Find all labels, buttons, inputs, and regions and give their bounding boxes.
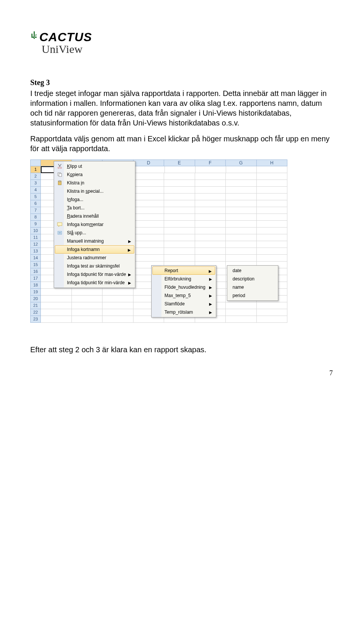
- context-menu-main[interactable]: Klipp utKopieraKlistra inKlistra in spec…: [54, 161, 135, 288]
- cell[interactable]: [102, 302, 133, 309]
- cell[interactable]: [195, 187, 226, 194]
- menu-item[interactable]: Ta bort...: [55, 204, 134, 212]
- cell[interactable]: [195, 241, 226, 248]
- cell[interactable]: [164, 234, 195, 241]
- row-header[interactable]: 19: [30, 289, 41, 296]
- menu-item[interactable]: Klistra in: [55, 179, 134, 187]
- row-header[interactable]: 18: [30, 282, 41, 289]
- cell[interactable]: [257, 248, 288, 255]
- cell[interactable]: [195, 248, 226, 255]
- cell[interactable]: [134, 166, 164, 173]
- cell[interactable]: [102, 296, 133, 302]
- cell[interactable]: [102, 289, 133, 296]
- row-header[interactable]: 23: [30, 316, 41, 323]
- row-header[interactable]: 7: [30, 207, 41, 214]
- context-submenu-kortnamn[interactable]: Report▶Elförbrukning▶Flöde_huvudledning▶…: [151, 265, 216, 317]
- cell[interactable]: [257, 214, 288, 221]
- cell[interactable]: [226, 248, 257, 255]
- cell[interactable]: [164, 180, 195, 187]
- cell[interactable]: [226, 316, 257, 323]
- cell[interactable]: [257, 187, 288, 194]
- cell[interactable]: [226, 214, 257, 221]
- cell[interactable]: [226, 241, 257, 248]
- menu-item[interactable]: Infoga kortnamn▶: [55, 245, 134, 254]
- cell[interactable]: [133, 187, 164, 194]
- cell[interactable]: [195, 200, 226, 207]
- cell[interactable]: [164, 255, 195, 262]
- cell[interactable]: [226, 200, 257, 207]
- cell[interactable]: [164, 207, 195, 214]
- menu-item[interactable]: Infoga kommentar: [55, 220, 134, 229]
- row-header[interactable]: 14: [30, 255, 41, 262]
- cell[interactable]: [226, 221, 257, 228]
- menu-item[interactable]: Justera radnummer: [55, 254, 134, 262]
- cell[interactable]: [41, 316, 72, 323]
- row-header[interactable]: 4: [30, 187, 41, 194]
- column-header[interactable]: F: [195, 159, 226, 166]
- cell[interactable]: [195, 173, 226, 180]
- row-header[interactable]: 2: [30, 173, 41, 180]
- cell[interactable]: [195, 221, 226, 228]
- menu-item[interactable]: description: [228, 275, 277, 283]
- cell[interactable]: [195, 207, 226, 214]
- cell[interactable]: [164, 200, 195, 207]
- cell[interactable]: [257, 316, 288, 323]
- row-header[interactable]: 10: [30, 228, 41, 234]
- cell[interactable]: [164, 248, 195, 255]
- cell[interactable]: [133, 173, 164, 180]
- cell[interactable]: [164, 194, 195, 200]
- cell[interactable]: [257, 234, 288, 241]
- cell[interactable]: [257, 200, 288, 207]
- cell[interactable]: [164, 221, 195, 228]
- menu-item[interactable]: Report▶: [152, 266, 215, 275]
- row-header[interactable]: 9: [30, 221, 41, 228]
- cell[interactable]: [41, 289, 72, 296]
- cell[interactable]: [133, 214, 164, 221]
- menu-item[interactable]: Infoga...: [55, 195, 134, 204]
- cell[interactable]: [133, 248, 164, 255]
- cell[interactable]: [195, 234, 226, 241]
- cell[interactable]: [226, 228, 257, 234]
- cell[interactable]: [257, 255, 288, 262]
- row-header[interactable]: 3: [30, 180, 41, 187]
- menu-item[interactable]: Slå upp...: [55, 229, 134, 237]
- cell[interactable]: [226, 187, 257, 194]
- menu-item[interactable]: Slamflöde▶: [152, 300, 215, 308]
- cell[interactable]: [257, 173, 288, 180]
- cell[interactable]: [164, 228, 195, 234]
- cell[interactable]: [226, 234, 257, 241]
- row-header[interactable]: 6: [30, 200, 41, 207]
- cell[interactable]: [257, 166, 287, 173]
- cell[interactable]: [41, 296, 72, 302]
- column-header[interactable]: D: [133, 159, 164, 166]
- cell[interactable]: [226, 207, 257, 214]
- cell[interactable]: [226, 173, 257, 180]
- cell[interactable]: [133, 234, 164, 241]
- menu-item[interactable]: name: [228, 283, 277, 291]
- cell[interactable]: [195, 255, 226, 262]
- cell[interactable]: [195, 166, 226, 173]
- column-header[interactable]: E: [164, 159, 195, 166]
- cell[interactable]: [195, 214, 226, 221]
- row-header[interactable]: 16: [30, 268, 41, 275]
- cell[interactable]: [102, 309, 133, 316]
- cell[interactable]: [195, 194, 226, 200]
- menu-item[interactable]: Klistra in special...: [55, 187, 134, 195]
- cell[interactable]: [72, 296, 103, 302]
- cell[interactable]: [133, 180, 164, 187]
- cell[interactable]: [72, 289, 103, 296]
- cell[interactable]: [257, 207, 288, 214]
- select-all-corner[interactable]: [30, 159, 41, 166]
- row-header[interactable]: 12: [30, 241, 41, 248]
- row-header[interactable]: 1: [30, 166, 41, 173]
- row-header[interactable]: 13: [30, 248, 41, 255]
- cell[interactable]: [133, 221, 164, 228]
- cell[interactable]: [226, 166, 257, 173]
- column-header[interactable]: H: [257, 159, 288, 166]
- row-header[interactable]: 22: [30, 309, 41, 316]
- cell[interactable]: [133, 241, 164, 248]
- cell[interactable]: [41, 309, 72, 316]
- cell[interactable]: [72, 316, 103, 323]
- row-header[interactable]: 20: [30, 296, 41, 302]
- row-header[interactable]: 15: [30, 262, 41, 268]
